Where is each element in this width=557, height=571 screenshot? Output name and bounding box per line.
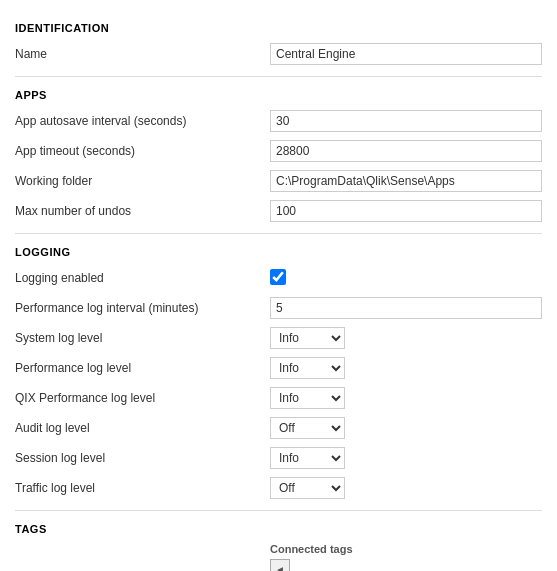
system-log-row: System log level Info Warning Error Debu… [15, 326, 542, 350]
audit-log-row: Audit log level Info Warning Error Debug… [15, 416, 542, 440]
autosave-label: App autosave interval (seconds) [15, 114, 270, 128]
working-folder-input[interactable] [270, 170, 542, 192]
identification-section: IDENTIFICATION Name [15, 22, 542, 66]
perf-log-label: Performance log level [15, 361, 270, 375]
logging-section: LOGGING Logging enabled Performance log … [15, 246, 542, 500]
logging-enabled-checkbox[interactable] [270, 269, 286, 285]
audit-log-label: Audit log level [15, 421, 270, 435]
working-folder-label: Working folder [15, 174, 270, 188]
traffic-log-control: Info Warning Error Debug Off [270, 477, 542, 499]
qix-log-select[interactable]: Info Warning Error Debug Off [270, 387, 345, 409]
session-log-label: Session log level [15, 451, 270, 465]
session-log-select[interactable]: Info Warning Error Debug Off [270, 447, 345, 469]
name-row: Name [15, 42, 542, 66]
working-folder-control [270, 170, 542, 192]
qix-log-label: QIX Performance log level [15, 391, 270, 405]
traffic-log-label: Traffic log level [15, 481, 270, 495]
traffic-log-row: Traffic log level Info Warning Error Deb… [15, 476, 542, 500]
divider-2 [15, 233, 542, 234]
timeout-control [270, 140, 542, 162]
max-undos-control [270, 200, 542, 222]
timeout-input[interactable] [270, 140, 542, 162]
autosave-input[interactable] [270, 110, 542, 132]
perf-log-select[interactable]: Info Warning Error Debug Off [270, 357, 345, 379]
qix-log-row: QIX Performance log level Info Warning E… [15, 386, 542, 410]
tags-section: TAGS Connected tags ◄ [15, 523, 542, 571]
perf-interval-control [270, 297, 542, 319]
system-log-select[interactable]: Info Warning Error Debug Off [270, 327, 345, 349]
connected-tags-label: Connected tags [270, 543, 542, 555]
logging-enabled-row: Logging enabled [15, 266, 542, 290]
max-undos-row: Max number of undos [15, 199, 542, 223]
perf-log-control: Info Warning Error Debug Off [270, 357, 542, 379]
audit-log-control: Info Warning Error Debug Off [270, 417, 542, 439]
timeout-label: App timeout (seconds) [15, 144, 270, 158]
perf-interval-label: Performance log interval (minutes) [15, 301, 270, 315]
traffic-log-select[interactable]: Info Warning Error Debug Off [270, 477, 345, 499]
working-folder-row: Working folder [15, 169, 542, 193]
system-log-label: System log level [15, 331, 270, 345]
session-log-control: Info Warning Error Debug Off [270, 447, 542, 469]
divider-3 [15, 510, 542, 511]
perf-interval-row: Performance log interval (minutes) [15, 296, 542, 320]
perf-interval-input[interactable] [270, 297, 542, 319]
session-log-row: Session log level Info Warning Error Deb… [15, 446, 542, 470]
name-control [270, 43, 542, 65]
logging-header: LOGGING [15, 246, 542, 258]
tags-arrow-button[interactable]: ◄ [270, 559, 290, 571]
apps-section: APPS App autosave interval (seconds) App… [15, 89, 542, 223]
name-input[interactable] [270, 43, 542, 65]
system-log-control: Info Warning Error Debug Off [270, 327, 542, 349]
autosave-row: App autosave interval (seconds) [15, 109, 542, 133]
audit-log-select[interactable]: Info Warning Error Debug Off [270, 417, 345, 439]
max-undos-input[interactable] [270, 200, 542, 222]
tags-header: TAGS [15, 523, 542, 535]
apps-header: APPS [15, 89, 542, 101]
perf-log-row: Performance log level Info Warning Error… [15, 356, 542, 380]
identification-header: IDENTIFICATION [15, 22, 542, 34]
max-undos-label: Max number of undos [15, 204, 270, 218]
name-label: Name [15, 47, 270, 61]
tags-control: ◄ [270, 559, 542, 571]
divider-1 [15, 76, 542, 77]
autosave-control [270, 110, 542, 132]
qix-log-control: Info Warning Error Debug Off [270, 387, 542, 409]
timeout-row: App timeout (seconds) [15, 139, 542, 163]
logging-enabled-label: Logging enabled [15, 271, 270, 285]
logging-enabled-control [270, 269, 542, 288]
